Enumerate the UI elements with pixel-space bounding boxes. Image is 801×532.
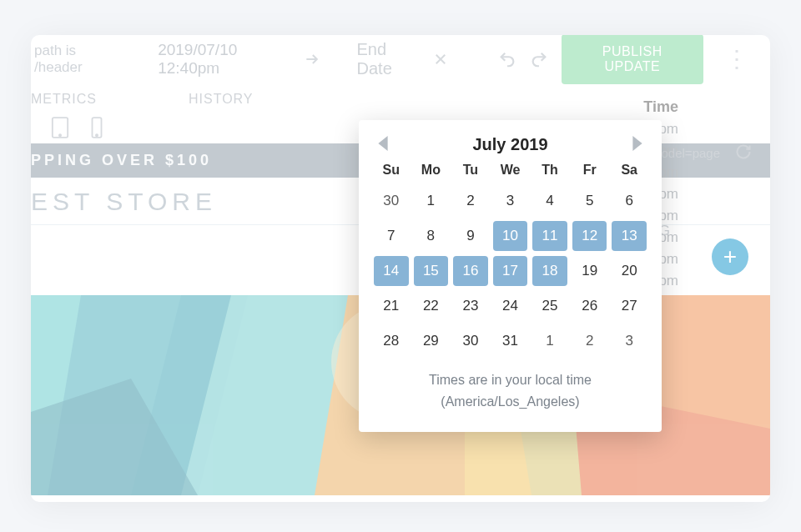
- svg-marker-10: [632, 136, 642, 151]
- month-title: July 2019: [472, 135, 547, 154]
- day-cell[interactable]: 31: [493, 326, 528, 356]
- phone-icon[interactable]: [88, 115, 106, 143]
- day-cell[interactable]: 4: [532, 186, 567, 216]
- day-cell[interactable]: 19: [572, 256, 607, 286]
- clear-icon[interactable]: [433, 52, 448, 67]
- day-cell[interactable]: 9: [453, 221, 488, 251]
- svg-marker-9: [378, 136, 387, 151]
- day-cell[interactable]: 3: [612, 326, 647, 356]
- dow-header: We: [493, 159, 528, 181]
- day-cell[interactable]: 23: [453, 291, 488, 321]
- day-cell[interactable]: 26: [572, 291, 607, 321]
- arrow-right-icon[interactable]: [304, 51, 320, 68]
- day-cell[interactable]: 24: [493, 291, 528, 321]
- day-cell[interactable]: 21: [374, 291, 409, 321]
- day-cell[interactable]: 6: [612, 186, 647, 216]
- date-picker: July 2019 SuMoTuWeThFrSa3012345678910111…: [359, 120, 662, 432]
- path-label: path is /header: [34, 43, 119, 76]
- timezone-line2: (America/Los_Angeles): [374, 391, 647, 413]
- timezone-line1: Times are in your local time: [374, 369, 647, 391]
- day-cell[interactable]: 20: [612, 256, 647, 286]
- day-cell[interactable]: 1: [414, 186, 449, 216]
- dow-header: Mo: [414, 159, 449, 181]
- day-cell[interactable]: 18: [532, 256, 567, 286]
- day-cell[interactable]: 30: [374, 186, 409, 216]
- dow-header: Tu: [453, 159, 488, 181]
- svg-point-4: [59, 134, 61, 136]
- app-window: path is /header 2019/07/10 12:40pm End D…: [31, 35, 770, 502]
- day-cell[interactable]: 7: [374, 221, 409, 251]
- day-cell[interactable]: 29: [414, 326, 449, 356]
- day-cell[interactable]: 1: [532, 326, 567, 356]
- day-cell[interactable]: 3: [493, 186, 528, 216]
- end-date-field[interactable]: End Date: [357, 40, 421, 78]
- refresh-icon[interactable]: [735, 143, 752, 163]
- day-cell[interactable]: 8: [414, 221, 449, 251]
- day-cell[interactable]: 27: [612, 291, 647, 321]
- day-cell[interactable]: 5: [572, 186, 607, 216]
- publish-button[interactable]: PUBLISH UPDATE: [562, 35, 703, 84]
- day-cell[interactable]: 2: [572, 326, 607, 356]
- toolbar: path is /header 2019/07/10 12:40pm End D…: [31, 35, 770, 83]
- day-cell[interactable]: 2: [453, 186, 488, 216]
- day-cell[interactable]: 17: [493, 256, 528, 286]
- redo-icon[interactable]: [530, 50, 548, 68]
- undo-icon[interactable]: [498, 50, 516, 68]
- day-cell[interactable]: 15: [414, 256, 449, 286]
- svg-point-6: [96, 134, 98, 136]
- next-month-icon[interactable]: [632, 136, 643, 154]
- dow-header: Su: [374, 159, 409, 181]
- overflow-menu-icon[interactable]: ⋮: [717, 45, 757, 73]
- dow-header: Fr: [572, 159, 607, 181]
- tab-history[interactable]: HISTORY: [189, 92, 254, 107]
- dow-header: Th: [532, 159, 567, 181]
- day-cell[interactable]: 30: [453, 326, 488, 356]
- day-cell[interactable]: 22: [414, 291, 449, 321]
- start-date[interactable]: 2019/07/10 12:40pm: [158, 41, 290, 78]
- day-cell[interactable]: 13: [612, 221, 647, 251]
- prev-month-icon[interactable]: [377, 136, 389, 154]
- day-cell[interactable]: 14: [374, 256, 409, 286]
- calendar-grid: SuMoTuWeThFrSa30123456789101112131415161…: [374, 159, 647, 356]
- day-cell[interactable]: 11: [532, 221, 567, 251]
- add-button[interactable]: +: [712, 238, 748, 275]
- tablet-icon[interactable]: [51, 115, 69, 143]
- day-cell[interactable]: 16: [453, 256, 488, 286]
- day-cell[interactable]: 10: [493, 221, 528, 251]
- day-cell[interactable]: 12: [572, 221, 607, 251]
- dow-header: Sa: [612, 159, 647, 181]
- day-cell[interactable]: 28: [374, 326, 409, 356]
- timezone-note: Times are in your local time (America/Lo…: [374, 356, 647, 412]
- tab-metrics[interactable]: METRICS: [31, 92, 97, 107]
- time-heading: Time: [595, 98, 678, 116]
- day-cell[interactable]: 25: [532, 291, 567, 321]
